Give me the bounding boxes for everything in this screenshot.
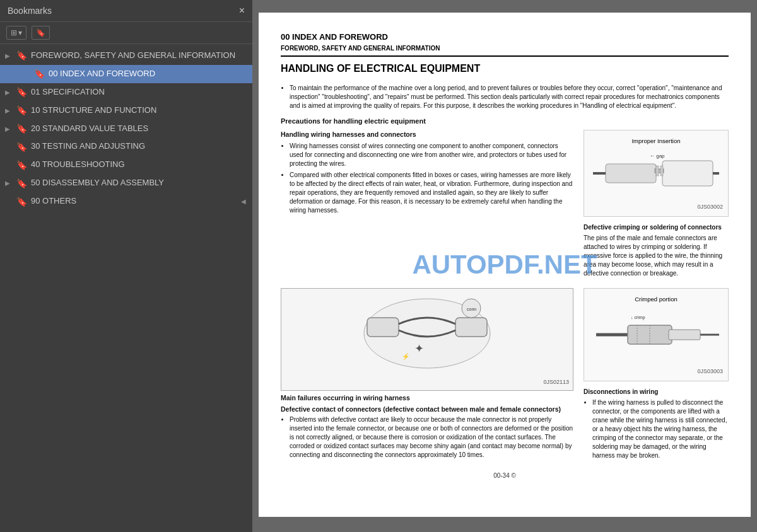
bookmark-page-icon: 🔖 — [34, 69, 45, 79]
chevron-right-icon: ▶ — [5, 180, 13, 187]
bookmark-item-30-testing[interactable]: 🔖 30 TESTING AND ADJUSTING — [0, 137, 252, 156]
bookmarks-view-button[interactable]: ⊞ ▾ — [6, 26, 26, 40]
crimped-diagram-svg: ↓ crimp — [593, 303, 719, 366]
diagram-crimped: Crimped portion ↓ crimp 0JS03003 — [584, 288, 729, 381]
harness-diagram-svg: conn ✦ ⚡ — [355, 292, 500, 374]
diagram2-label: Crimped portion — [589, 295, 723, 303]
page-number: 00-34 © — [281, 471, 729, 480]
bookmark-label: 10 STRUCTURE AND FUNCTION — [31, 105, 246, 116]
bookmark-label: FOREWORD, SAFETY AND GENERAL INFORMATION — [31, 50, 246, 61]
svg-text:← gap: ← gap — [650, 153, 665, 159]
svg-rect-0 — [606, 164, 656, 183]
svg-rect-6 — [660, 166, 663, 176]
svg-rect-5 — [656, 166, 659, 176]
bookmark-label: 50 DISASSEMBLY AND ASSEMBLY — [31, 178, 246, 188]
bookmarks-panel: Bookmarks × ⊞ ▾ 🔖 ▶ 🔖 FOREWORD, SAFETY A… — [0, 0, 252, 532]
main-failures-bullets: Problems with defective contact are like… — [281, 415, 573, 460]
doc-header-subtitle: FOREWORD, SAFETY AND GENERAL INFORMATION — [281, 44, 729, 57]
defective-text: The pins of the male and female connecto… — [584, 234, 729, 278]
doc-right-col: Improper Insertion ← gap — [584, 130, 729, 283]
bookmark-item-40-troubleshooting[interactable]: 🔖 40 TROUBLESHOOTING — [0, 156, 252, 174]
main-failures-subtitle: Defective contact of connectors (defecti… — [281, 405, 573, 414]
bookmark-icon: 🔖 — [36, 28, 45, 37]
svg-rect-10 — [455, 318, 487, 337]
dropdown-arrow-icon: ▾ — [18, 28, 22, 37]
bookmark-item-10-structure[interactable]: ▶ 🔖 10 STRUCTURE AND FUNCTION — [0, 101, 252, 120]
svg-rect-9 — [367, 318, 399, 337]
bookmark-page-icon: 🔖 — [16, 160, 27, 170]
precautions-title: Precautions for handling electric equipm… — [281, 117, 729, 126]
page-content: 00 INDEX AND FOREWORD FOREWORD, SAFETY A… — [259, 13, 751, 517]
bookmark-page-icon: 🔖 — [16, 87, 27, 97]
doc-body: Handling wiring harnesses and connectors… — [281, 130, 729, 283]
center-diagram-caption: 0JS02113 — [285, 378, 569, 386]
bookmark-label: 00 INDEX AND FOREWORD — [49, 69, 246, 79]
bookmark-page-icon: 🔖 — [16, 178, 27, 188]
doc-left-col: Handling wiring harnesses and connectors… — [281, 130, 573, 283]
bookmark-label: 20 STANDARD VALUE TABLES — [31, 124, 246, 134]
intro-text: To maintain the performance of the machi… — [290, 84, 729, 110]
connector-diagram-svg: ← gap — [593, 145, 719, 202]
bookmarks-title: Bookmarks — [8, 6, 52, 16]
bookmark-item-90-others[interactable]: 🔖 90 OTHERS ◀ — [0, 192, 252, 211]
collapse-panel-icon[interactable]: ◀ — [241, 198, 246, 205]
bookmark-page-icon: 🔖 — [16, 142, 27, 152]
bookmark-item-01-spec[interactable]: ▶ 🔖 01 SPECIFICATION — [0, 83, 252, 101]
diagram1-label: Improper Insertion — [589, 137, 723, 145]
bookmark-label: 01 SPECIFICATION — [31, 87, 246, 98]
defective-crimping-title: Defective crimping or soldering of conne… — [584, 223, 729, 232]
main-failures-bullet1: Problems with defective contact are like… — [290, 415, 573, 460]
bookmark-page-icon: 🔖 — [16, 50, 27, 61]
doc-header-title: 00 INDEX AND FOREWORD — [281, 32, 729, 43]
bookmark-page-icon: 🔖 — [16, 124, 27, 134]
page-number-symbol: © — [511, 472, 515, 479]
bookmarks-list: ▶ 🔖 FOREWORD, SAFETY AND GENERAL INFORMA… — [0, 44, 252, 532]
bullets1-list: Wiring harnesses consist of wires connec… — [281, 142, 573, 215]
bookmark-item-00-index[interactable]: 🔖 00 INDEX AND FOREWORD — [0, 65, 252, 83]
bookmark-label: 90 OTHERS — [31, 196, 237, 207]
svg-rect-1 — [662, 161, 713, 186]
bookmarks-header: Bookmarks × — [0, 0, 252, 22]
diagram1-caption: 0JS03002 — [589, 203, 723, 211]
doc-section-title: HANDLING OF ELECTRICAL EQUIPMENT — [281, 62, 729, 76]
bookmark-item-20-standard[interactable]: ▶ 🔖 20 STANDARD VALUE TABLES — [0, 120, 252, 138]
bookmark-page-icon: 🔖 — [16, 197, 27, 207]
bookmarks-bookmark-button[interactable]: 🔖 — [32, 26, 50, 40]
bookmark-item-50-disassembly[interactable]: ▶ 🔖 50 DISASSEMBLY AND ASSEMBLY — [0, 174, 252, 192]
bookmarks-close-button[interactable]: × — [239, 5, 245, 16]
disconnections-title: Disconnections in wiring — [584, 388, 729, 396]
bottom-section: conn ✦ ⚡ 0JS02113 Main failures occurrin… — [281, 288, 729, 465]
disconnection-bullet1: If the wiring harness is pulled to disco… — [592, 398, 729, 460]
bookmarks-toolbar: ⊞ ▾ 🔖 — [0, 22, 252, 44]
grid-icon: ⊞ — [11, 28, 17, 37]
bookmark-page-icon: 🔖 — [16, 105, 27, 115]
bookmark-label: 30 TESTING AND ADJUSTING — [31, 141, 246, 152]
bottom-left-col: conn ✦ ⚡ 0JS02113 Main failures occurrin… — [281, 288, 573, 465]
bookmark-label: 40 TROUBLESHOOTING — [31, 159, 246, 170]
chevron-right-icon: ▶ — [5, 125, 13, 132]
diagram2-caption: 0JS03003 — [589, 367, 723, 376]
page-number-text: 00-34 — [493, 472, 510, 479]
bottom-right-col: Crimped portion ↓ crimp 0JS03003 — [584, 288, 729, 465]
center-diagram-box: conn ✦ ⚡ 0JS02113 — [281, 288, 573, 391]
bullet1-item1: Wiring harnesses consist of wires connec… — [290, 142, 573, 168]
svg-text:✦: ✦ — [414, 342, 424, 355]
document-panel: 00 INDEX AND FOREWORD FOREWORD, SAFETY A… — [252, 0, 757, 532]
disconnections-bullets: If the wiring harness is pulled to disco… — [584, 398, 729, 460]
svg-text:conn: conn — [467, 307, 476, 311]
chevron-right-icon: ▶ — [5, 89, 13, 96]
chevron-down-icon: ▶ — [5, 52, 13, 59]
subsection1-title: Handling wiring harnesses and connectors — [281, 130, 573, 139]
diagram-improper-insertion: Improper Insertion ← gap — [584, 130, 729, 217]
bullet1-item2: Compared with other electrical component… — [290, 171, 573, 215]
bookmark-item-foreword-group[interactable]: ▶ 🔖 FOREWORD, SAFETY AND GENERAL INFORMA… — [0, 47, 252, 65]
svg-text:↓ crimp: ↓ crimp — [631, 315, 645, 320]
svg-rect-17 — [669, 330, 700, 340]
svg-text:⚡: ⚡ — [402, 352, 410, 361]
main-failures-title: Main failures occurring in wiring harnes… — [281, 393, 573, 403]
chevron-right-icon: ▶ — [5, 107, 13, 114]
